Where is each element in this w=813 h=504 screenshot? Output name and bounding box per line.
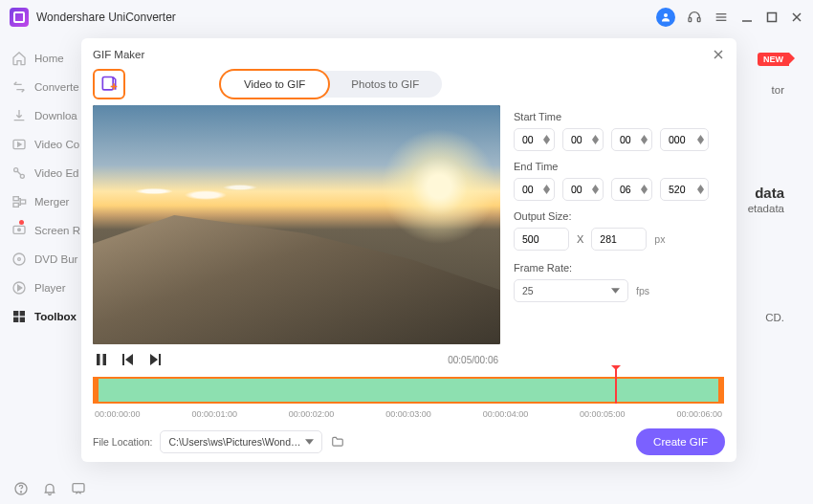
add-file-button[interactable] (93, 69, 125, 99)
sidebar-item-home[interactable]: Home (0, 44, 81, 73)
pause-icon[interactable] (95, 353, 108, 366)
timeline-track[interactable] (93, 377, 724, 404)
svg-point-19 (18, 258, 21, 261)
px-unit: px (654, 233, 665, 245)
close-icon[interactable] (790, 11, 803, 24)
sidebar-item-merger[interactable]: Merger (0, 187, 81, 216)
svg-rect-7 (768, 13, 777, 22)
svg-rect-24 (20, 318, 25, 322)
status-bar (0, 473, 86, 504)
end-m[interactable] (562, 178, 604, 201)
maximize-icon[interactable] (765, 11, 779, 24)
svg-point-33 (20, 492, 21, 493)
sidebar-item-editor[interactable]: Video Ed (0, 159, 81, 187)
start-m[interactable] (562, 128, 604, 151)
app-title: Wondershare UniConverter (36, 11, 176, 24)
svg-rect-34 (73, 484, 84, 493)
trim-start-handle[interactable] (93, 377, 99, 404)
output-width-input[interactable] (514, 228, 569, 251)
x-separator: X (577, 233, 583, 245)
prev-frame-icon[interactable] (121, 353, 135, 366)
sidebar-item-downloader[interactable]: Downloa (0, 101, 81, 130)
sidebar-item-converter[interactable]: Converte (0, 73, 81, 101)
output-size-label: Output Size: (514, 210, 725, 222)
timeline-ticks: 00:00:00:0000:00:01:0000:00:02:0000:00:0… (93, 404, 724, 419)
chevron-down-icon (611, 288, 620, 294)
sidebar-item-player[interactable]: Player (0, 274, 81, 302)
sidebar-label: Player (34, 282, 66, 294)
sidebar-label: Screen R (34, 225, 80, 236)
end-time-row (514, 178, 725, 201)
framerate-select[interactable]: 25 (514, 279, 628, 302)
app-logo (10, 8, 29, 27)
sidebar: Home Converte Downloa Video Co Video Ed … (0, 34, 81, 504)
svg-rect-22 (20, 311, 25, 316)
help-icon[interactable] (13, 481, 29, 496)
tick-label: 00:00:06:00 (676, 409, 722, 419)
svg-point-17 (18, 229, 21, 231)
sidebar-item-dvd[interactable]: DVD Bur (0, 245, 81, 274)
svg-rect-13 (13, 197, 18, 201)
tick-label: 00:00:04:00 (483, 409, 529, 419)
modal-close-icon[interactable] (712, 48, 725, 61)
tick-label: 00:00:05:00 (580, 409, 626, 419)
svg-rect-31 (159, 354, 161, 365)
user-avatar-icon[interactable] (656, 8, 675, 27)
tab-video-to-gif[interactable]: Video to GIF (221, 71, 328, 98)
tick-label: 00:00:02:00 (289, 409, 335, 419)
playhead[interactable] (615, 369, 617, 404)
tick-label: 00:00:01:00 (191, 409, 237, 419)
bg-text: tor (772, 84, 784, 96)
sidebar-label: Converte (34, 81, 79, 93)
sidebar-label: Home (34, 53, 64, 64)
tick-label: 00:00:03:00 (385, 409, 431, 419)
svg-rect-2 (697, 18, 700, 22)
sidebar-item-compressor[interactable]: Video Co (0, 130, 81, 159)
sidebar-label: Video Ed (34, 167, 78, 179)
start-h[interactable] (514, 128, 555, 151)
sidebar-label: Merger (34, 196, 69, 208)
bg-heading: data (755, 185, 784, 201)
file-location-label: File Location: (93, 436, 152, 448)
menu-icon[interactable] (714, 10, 729, 25)
framerate-value: 25 (522, 285, 534, 296)
file-location-value: C:\Users\ws\Pictures\Wonders (168, 436, 302, 448)
sidebar-label: Toolbox (34, 311, 77, 322)
svg-rect-30 (122, 354, 124, 365)
trim-end-handle[interactable] (718, 377, 724, 404)
svg-rect-14 (13, 203, 18, 207)
minimize-icon[interactable] (740, 11, 754, 24)
svg-rect-23 (13, 318, 18, 322)
sidebar-item-toolbox[interactable]: Toolbox (0, 302, 81, 331)
create-gif-button[interactable]: Create GIF (636, 428, 725, 455)
svg-rect-15 (20, 200, 25, 204)
file-location-select[interactable]: C:\Users\ws\Pictures\Wonders (160, 430, 322, 453)
start-time-row (514, 128, 725, 151)
sidebar-label: DVD Bur (34, 253, 77, 265)
modal-title: GIF Maker (93, 49, 144, 60)
start-s[interactable] (611, 128, 652, 151)
feedback-icon[interactable] (71, 481, 86, 496)
end-h[interactable] (514, 178, 555, 201)
sidebar-label: Downloa (34, 110, 77, 121)
add-file-icon (99, 75, 119, 94)
titlebar: Wondershare UniConverter (0, 0, 813, 34)
folder-icon[interactable] (330, 435, 345, 449)
end-ms[interactable] (660, 178, 709, 201)
next-frame-icon[interactable] (148, 353, 162, 366)
bg-text: etadata (748, 203, 784, 214)
mode-tabs: Video to GIF Photos to GIF (221, 71, 442, 98)
svg-rect-1 (689, 18, 692, 22)
end-s[interactable] (611, 178, 652, 201)
sidebar-label: Video Co (34, 139, 79, 150)
bell-icon[interactable] (42, 481, 57, 496)
start-ms[interactable] (660, 128, 709, 151)
output-height-input[interactable] (591, 228, 647, 251)
sidebar-item-recorder[interactable]: Screen R (0, 216, 81, 245)
svg-rect-27 (102, 77, 113, 90)
video-preview[interactable] (93, 105, 500, 344)
gif-maker-modal: GIF Maker Video to GIF Photos to GIF 00:… (81, 38, 736, 462)
headset-icon[interactable] (687, 10, 702, 25)
tab-photos-to-gif[interactable]: Photos to GIF (328, 71, 442, 98)
bg-text: CD. (765, 312, 784, 323)
